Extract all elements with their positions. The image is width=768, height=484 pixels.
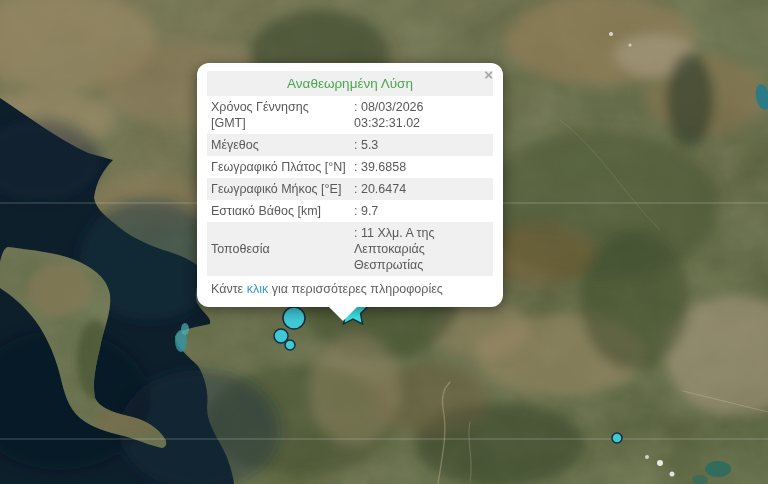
table-row: Μέγεθος : 5.3 <box>207 134 493 156</box>
table-row-title: Αναθεωρημένη Λύση <box>207 71 493 96</box>
row-value: : 39.6858 <box>350 156 493 178</box>
row-label: Γεωγραφικό Μήκος [°E] <box>207 178 350 200</box>
row-value: : 20.6474 <box>350 178 493 200</box>
row-value: : 11 Χλμ. Α της Λεπτοκαριάς Θεσπρωτίας <box>350 222 493 276</box>
earthquake-info-popup: × Αναθεωρημένη Λύση Χρόνος Γέννησης [GMT… <box>197 63 503 307</box>
popup-footer: Κάντε κλικ για περισσότερες πληροφορίες <box>207 276 493 297</box>
earthquake-circle-marker[interactable] <box>285 340 295 350</box>
row-label: Γεωγραφικό Πλάτος [°N] <box>207 156 350 178</box>
row-value: : 08/03/2026 03:32:31.02 <box>350 96 493 134</box>
table-row: Γεωγραφικό Πλάτος [°N] : 39.6858 <box>207 156 493 178</box>
row-label: Μέγεθος <box>207 134 350 156</box>
row-value: : 5.3 <box>350 134 493 156</box>
row-label: Χρόνος Γέννησης [GMT] <box>207 96 350 134</box>
footer-text-suffix: για περισσότερες πληροφορίες <box>268 282 443 296</box>
close-icon[interactable]: × <box>484 67 493 82</box>
more-info-link[interactable]: κλικ <box>247 282 269 296</box>
earthquake-circle-marker[interactable] <box>612 433 622 443</box>
table-row: Τοποθεσία : 11 Χλμ. Α της Λεπτοκαριάς Θε… <box>207 222 493 276</box>
popup-tail <box>328 306 358 321</box>
earthquake-circle-marker[interactable] <box>283 307 305 329</box>
table-row: Εστιακό Βάθος [km] : 9.7 <box>207 200 493 222</box>
footer-text-prefix: Κάντε <box>211 282 247 296</box>
table-row: Χρόνος Γέννησης [GMT] : 08/03/2026 03:32… <box>207 96 493 134</box>
popup-title: Αναθεωρημένη Λύση <box>207 71 493 96</box>
table-row: Γεωγραφικό Μήκος [°E] : 20.6474 <box>207 178 493 200</box>
row-label: Εστιακό Βάθος [km] <box>207 200 350 222</box>
row-value: : 9.7 <box>350 200 493 222</box>
row-label: Τοποθεσία <box>207 222 350 276</box>
earthquake-info-table: Αναθεωρημένη Λύση Χρόνος Γέννησης [GMT] … <box>207 71 493 276</box>
earthquake-circle-marker[interactable] <box>274 329 288 343</box>
